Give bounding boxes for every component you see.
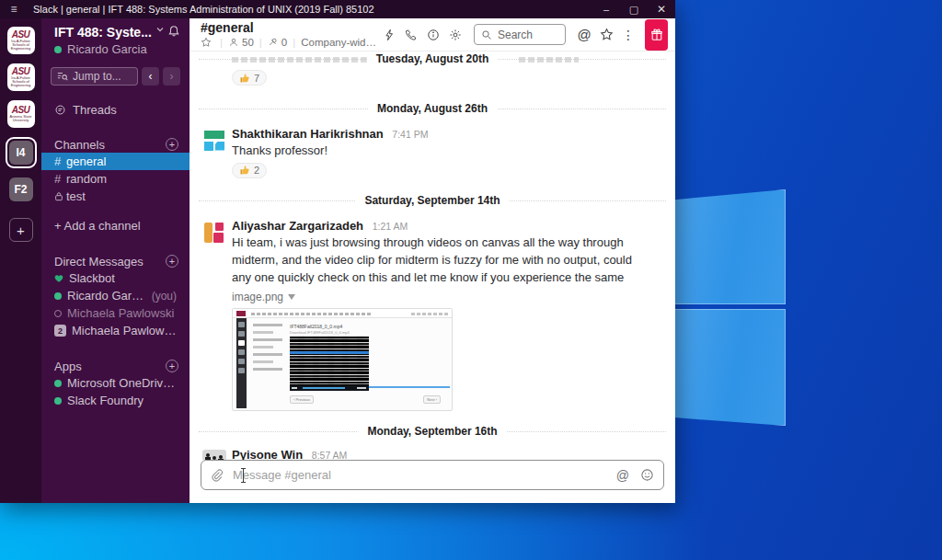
dm-item-group[interactable]: 2 Michaela Pawlowski, Ma... <box>41 322 190 339</box>
channel-header: #general | 50 | <box>190 18 675 51</box>
thumbs-up-icon <box>239 165 250 176</box>
workspace-icon-asu-2[interactable]: ASU Ira A.Fulton Schools of Engineering <box>7 63 35 91</box>
avatar[interactable] <box>202 129 226 153</box>
apps-header-label: Apps <box>54 360 82 373</box>
add-channel-plus-icon[interactable]: + <box>166 138 178 151</box>
maximize-button[interactable]: ▢ <box>620 0 648 18</box>
search-icon <box>481 29 492 40</box>
workspace-rail: ASU Ira A.Fulton Schools of Engineering … <box>0 18 41 503</box>
workspace-icon-asu-3[interactable]: ASU Arizona State University <box>7 100 35 128</box>
sidebar-item-random[interactable]: # random <box>41 170 190 188</box>
hamburger-menu-icon[interactable]: ≡ <box>0 3 28 16</box>
member-count[interactable]: 50 <box>228 36 254 49</box>
asu-caption: Ira A.Fulton Schools of Engineering <box>8 40 34 51</box>
glitch-blue-line <box>369 386 450 388</box>
video-control-bar <box>290 385 369 391</box>
channel-topic[interactable]: Company-wide announcemen... <box>301 36 378 49</box>
jump-to-label: Jump to... <box>73 70 121 83</box>
reaction-count: 7 <box>254 73 259 84</box>
app-item-slack-foundry[interactable]: Slack Foundry <box>41 392 190 409</box>
reaction-thumbs-up[interactable]: 7 <box>232 70 267 86</box>
gift-button[interactable] <box>645 19 668 51</box>
preview-browser-topbar <box>233 309 452 318</box>
dm-item-slackbot[interactable]: Slackbot <box>41 269 190 287</box>
more-options-icon[interactable]: ⋮ <box>617 24 639 46</box>
asu-caption: Ira A.Fulton Schools of Engineering <box>8 76 34 87</box>
window-titlebar: ≡ Slack | general | IFT 488: Systems Adm… <box>0 0 675 18</box>
workspace-name[interactable]: IFT 488: Syste... <box>54 25 152 40</box>
add-dm-plus-icon[interactable]: + <box>166 255 178 268</box>
call-phone-icon[interactable] <box>400 24 422 46</box>
threads-item[interactable]: Threads <box>41 101 190 118</box>
starred-items-icon[interactable] <box>595 24 617 46</box>
dm-name: Michaela Pawlowski, Ma... <box>72 324 177 337</box>
avatar[interactable] <box>202 450 226 460</box>
channels-header[interactable]: Channels + <box>41 136 190 153</box>
date-divider-label[interactable]: Monday, September 16th <box>358 424 506 439</box>
jump-to-search[interactable]: Jump to... <box>51 67 138 86</box>
windows-logo-pane-bottom <box>674 309 786 426</box>
minimize-button[interactable]: – <box>592 0 620 18</box>
sidebar-item-general[interactable]: # general <box>41 153 190 170</box>
search-input[interactable]: Search <box>474 24 566 45</box>
message-timestamp[interactable]: 7:41 PM <box>392 129 428 140</box>
presence-online-icon <box>54 397 62 405</box>
history-forward-button[interactable]: › <box>163 67 180 86</box>
message-input[interactable] <box>233 468 616 482</box>
date-divider-label[interactable]: Monday, August 26th <box>368 101 497 116</box>
close-button[interactable]: ✕ <box>648 0 675 18</box>
chevron-down-icon[interactable] <box>155 25 165 34</box>
app-item-onedrive[interactable]: Microsoft OneDrive (Beta) <box>41 374 190 392</box>
date-divider-label[interactable]: Tuesday, August 20th <box>367 51 498 66</box>
message-composer[interactable]: @ <box>201 460 664 490</box>
settings-gear-icon[interactable] <box>444 24 466 46</box>
composer-mention-icon[interactable]: @ <box>616 468 629 483</box>
reaction-count: 2 <box>254 165 259 176</box>
message-list[interactable]: Tuesday, August 20th 7 Monday, August 26… <box>190 51 675 460</box>
preview-video-player <box>290 336 369 391</box>
avatar[interactable] <box>202 221 226 245</box>
history-back-button[interactable]: ‹ <box>142 67 159 86</box>
workspace-icon-asu-1[interactable]: ASU Ira A.Fulton Schools of Engineering <box>7 27 35 54</box>
add-workspace-button[interactable]: + <box>9 218 33 242</box>
shortcuts-bolt-icon[interactable] <box>378 24 400 46</box>
sidebar-item-test[interactable]: test <box>41 188 190 205</box>
truncated-message-fragment <box>519 57 579 63</box>
dm-item-michaela[interactable]: Michaela Pawlowski <box>41 304 190 322</box>
star-channel-button[interactable] <box>201 37 214 48</box>
attachment-name-label: image.png <box>232 291 283 303</box>
message-author[interactable]: Shakthikaran Harikrishnan <box>232 127 384 141</box>
workspace-icon-i4[interactable]: I4 <box>9 141 33 165</box>
mentions-at-icon[interactable]: @ <box>573 24 595 46</box>
notifications-bell-icon[interactable] <box>167 25 180 38</box>
direct-messages-header[interactable]: Direct Messages + <box>41 253 190 269</box>
person-icon <box>228 37 239 48</box>
date-divider-label[interactable]: Saturday, September 14th <box>355 193 509 208</box>
channel-name: random <box>66 172 107 186</box>
message-shakthikaran: Shakthikaran Harikrishnan 7:41 PM Thanks… <box>190 127 675 179</box>
message-timestamp[interactable]: 1:21 AM <box>373 221 408 232</box>
reaction-thumbs-up[interactable]: 2 <box>232 163 267 178</box>
emoji-smiley-icon[interactable] <box>640 468 654 482</box>
app-name: Microsoft OneDrive (Beta) <box>67 376 177 390</box>
apps-header[interactable]: Apps + <box>41 358 190 374</box>
pinned-count[interactable]: 0 <box>268 36 287 49</box>
truncated-message-fragment <box>232 57 379 63</box>
app-name: Slack Foundry <box>67 394 144 407</box>
workspace-icon-f2[interactable]: F2 <box>9 177 33 201</box>
attachment-image-preview[interactable]: IFT488Fall2018_0_0.mp4 Download IFT488Fa… <box>232 308 453 411</box>
attachment-filename[interactable]: image.png <box>232 291 675 303</box>
dm-item-ricardo[interactable]: Ricardo Garcia (you) <box>41 287 190 304</box>
lock-icon <box>54 191 66 201</box>
channel-name: general <box>66 154 106 168</box>
info-icon[interactable] <box>422 24 444 46</box>
channel-title[interactable]: #general <box>201 21 378 35</box>
message-timestamp[interactable]: 8:57 AM <box>312 450 348 460</box>
current-user[interactable]: Ricardo Garcia <box>41 40 190 56</box>
add-a-channel-button[interactable]: + Add a channel <box>41 217 190 234</box>
message-author[interactable]: Aliyashar Zargarizadeh <box>232 219 363 233</box>
direct-messages-header-label: Direct Messages <box>54 255 144 269</box>
add-app-plus-icon[interactable]: + <box>166 360 178 372</box>
attach-paperclip-icon[interactable] <box>201 469 233 482</box>
message-author[interactable]: Pyisone Win <box>232 448 303 460</box>
